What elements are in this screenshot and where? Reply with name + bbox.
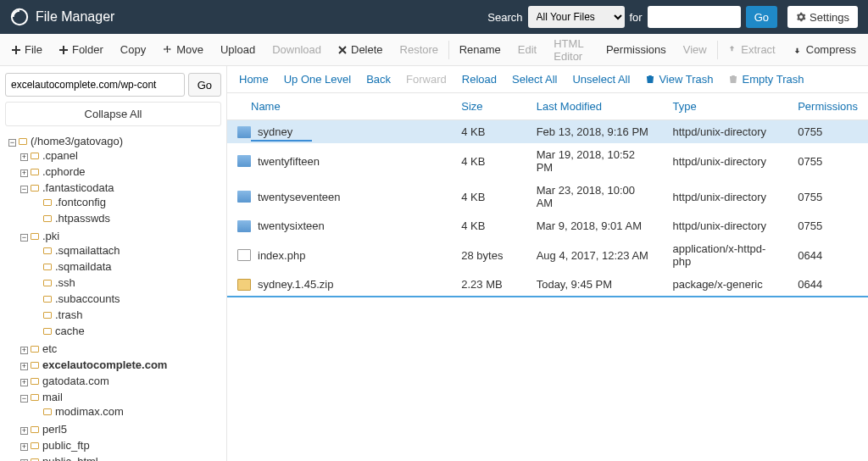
tree-item-label[interactable]: public_html: [42, 455, 98, 461]
view-trash[interactable]: View Trash: [645, 73, 713, 86]
tree-item-label[interactable]: .ssh: [55, 276, 75, 289]
tree-item[interactable]: +etc: [20, 341, 221, 357]
search-scope-select[interactable]: All Your Files: [528, 6, 625, 28]
tree-item[interactable]: +gatodata.com: [20, 373, 221, 389]
settings-button[interactable]: Settings: [787, 6, 858, 28]
nav-home[interactable]: Home: [239, 73, 269, 86]
for-label: for: [630, 11, 643, 24]
search-input[interactable]: [648, 6, 741, 28]
tree-item-label[interactable]: .pki: [42, 230, 59, 242]
unselect-all[interactable]: Unselect All: [572, 73, 630, 86]
tree-item[interactable]: .subaccounts: [32, 291, 221, 307]
file-type: httpd/unix-directory: [662, 143, 787, 179]
path-go-button[interactable]: Go: [188, 73, 221, 97]
tree-root-label[interactable]: (/home3/gatovago): [31, 135, 123, 147]
expand-toggle[interactable]: +: [20, 153, 28, 161]
tree-item[interactable]: −.fantasticodata.fontconfig.htpasswds: [20, 180, 221, 228]
expand-toggle[interactable]: +: [20, 169, 28, 177]
tree-item[interactable]: modimax.com: [32, 403, 221, 419]
tree-item-label[interactable]: .sqmaildata: [55, 260, 111, 273]
tree-item-label[interactable]: .fontconfig: [55, 196, 106, 208]
table-row[interactable]: twentysixteen4 KBMar 9, 2018, 9:01 AMhtt…: [227, 214, 868, 237]
col-perm[interactable]: Permissions: [787, 93, 868, 120]
tree-item[interactable]: .ssh: [32, 275, 221, 291]
tree-item-label[interactable]: modimax.com: [55, 405, 124, 418]
toolbar-compress[interactable]: Compress: [784, 34, 865, 65]
folder-icon: [237, 155, 251, 167]
file-name: twentysixteen: [258, 219, 325, 232]
tree-item[interactable]: .htpasswds: [32, 210, 221, 226]
tree-item-label[interactable]: .trash: [55, 308, 83, 321]
col-size[interactable]: Size: [451, 93, 526, 120]
table-row[interactable]: twentyseventeen4 KBMar 23, 2018, 10:00 A…: [227, 179, 868, 214]
table-row[interactable]: index.php28 bytesAug 4, 2017, 12:23 AMap…: [227, 237, 868, 273]
expand-toggle[interactable]: +: [20, 427, 28, 435]
toolbar-move[interactable]: Move: [154, 34, 212, 65]
toolbar-upload[interactable]: Upload: [212, 34, 264, 65]
tree-item-label[interactable]: perl5: [42, 423, 67, 436]
tree-item[interactable]: +public_html: [20, 453, 221, 461]
expand-toggle[interactable]: −: [20, 395, 28, 403]
toolbar-restore: Restore: [392, 34, 448, 65]
tree-item[interactable]: +perl5: [20, 421, 221, 437]
tree-item[interactable]: .trash: [32, 307, 221, 323]
toolbar-permissions[interactable]: Permissions: [598, 34, 675, 65]
folder-icon: [31, 362, 39, 369]
tree-item[interactable]: −.pki.sqmailattach.sqmaildata.ssh.subacc…: [20, 228, 221, 341]
tree-item-label[interactable]: excelautocomplete.com: [42, 358, 167, 371]
tree-item[interactable]: +excelautocomplete.com: [20, 357, 221, 373]
expand-toggle[interactable]: −: [8, 139, 16, 147]
path-input[interactable]: [5, 73, 185, 97]
search-go-button[interactable]: Go: [746, 6, 777, 28]
toolbar-file[interactable]: File: [3, 34, 51, 65]
tree-item[interactable]: +public_ftp: [20, 437, 221, 453]
table-row[interactable]: sydney.1.45.zip2.23 MBToday, 9:45 PMpack…: [227, 273, 868, 296]
tree-item-label[interactable]: etc: [42, 342, 57, 355]
tree-item-label[interactable]: .sqmailattach: [55, 244, 120, 257]
tree-item[interactable]: −mailmodimax.com: [20, 389, 221, 421]
expand-toggle[interactable]: −: [20, 186, 28, 193]
file-perm: 0755: [787, 179, 868, 214]
folder-icon: [237, 191, 251, 203]
tree-item[interactable]: .sqmaildata: [32, 258, 221, 275]
col-type[interactable]: Type: [662, 93, 787, 120]
tree-item-label[interactable]: .cpanel: [42, 149, 78, 162]
tree-item[interactable]: .fontconfig: [32, 194, 221, 210]
collapse-all-button[interactable]: Collapse All: [5, 102, 221, 126]
tree-item-label[interactable]: gatodata.com: [42, 375, 109, 387]
toolbar-rename[interactable]: Rename: [451, 34, 509, 65]
toolbar-copy[interactable]: Copy: [112, 34, 154, 65]
toolbar-download: Download: [264, 34, 330, 65]
tree-item-label[interactable]: .htpasswds: [55, 212, 110, 225]
toolbar-folder[interactable]: Folder: [51, 34, 112, 65]
col-name[interactable]: Name: [227, 93, 451, 120]
main-toolbar: FileFolderCopyMoveUploadDownloadDeleteRe…: [0, 34, 868, 66]
folder-icon: [43, 199, 52, 206]
tree-item-label[interactable]: cache: [55, 325, 85, 337]
tree-item-label[interactable]: public_ftp: [42, 439, 90, 452]
tree-item[interactable]: +.cpanel: [20, 147, 221, 164]
file-size: 4 KB: [451, 120, 526, 144]
tree-item-label[interactable]: .cphorde: [42, 165, 86, 178]
tree-item[interactable]: +.cphorde: [20, 164, 221, 180]
tree-item-label[interactable]: .subaccounts: [55, 292, 120, 305]
expand-toggle[interactable]: +: [20, 379, 28, 386]
table-row[interactable]: twentyfifteen4 KBMar 19, 2018, 10:52 PMh…: [227, 143, 868, 179]
expand-toggle[interactable]: +: [20, 443, 28, 451]
col-modified[interactable]: Last Modified: [526, 93, 663, 120]
folder-icon: [43, 264, 52, 270]
expand-toggle[interactable]: +: [20, 347, 28, 354]
nav-reload[interactable]: Reload: [462, 73, 497, 86]
tree-item[interactable]: .sqmailattach: [32, 242, 221, 258]
nav-back[interactable]: Back: [366, 73, 391, 86]
tree-item-label[interactable]: .fantasticodata: [42, 181, 114, 194]
toolbar-delete[interactable]: Delete: [330, 34, 392, 65]
expand-toggle[interactable]: −: [20, 234, 28, 242]
trash-icon: [645, 74, 655, 85]
tree-item-label[interactable]: mail: [42, 391, 63, 403]
table-row[interactable]: sydney4 KBFeb 13, 2018, 9:16 PMhttpd/uni…: [227, 120, 868, 144]
select-all[interactable]: Select All: [512, 73, 557, 86]
nav-up[interactable]: Up One Level: [284, 73, 352, 86]
tree-item[interactable]: cache: [32, 323, 221, 339]
expand-toggle[interactable]: +: [20, 363, 28, 370]
